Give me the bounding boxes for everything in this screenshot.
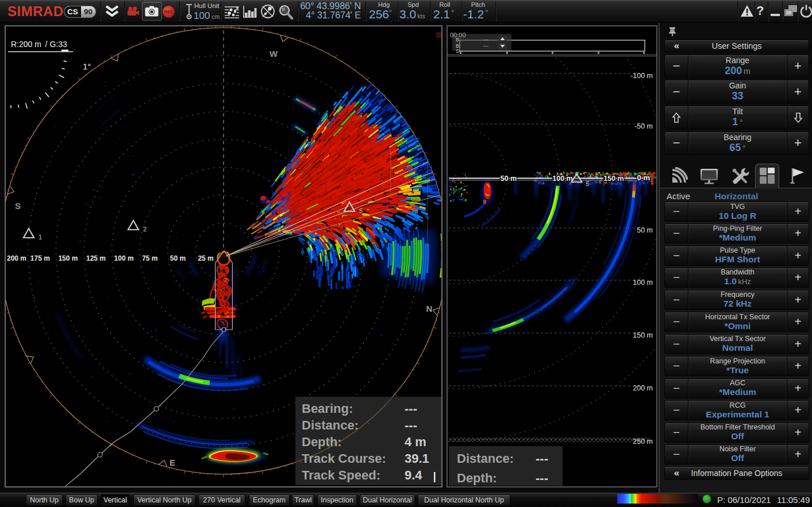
svg-text:-100 m: -100 m — [630, 72, 653, 80]
svg-text:Depth:: Depth: — [457, 471, 497, 485]
svg-text:39.1: 39.1 — [405, 451, 429, 466]
svg-text:9.4: 9.4 — [405, 468, 422, 482]
svg-text:Distance:: Distance: — [457, 451, 514, 466]
svg-text:R:200 m / G:33: R:200 m / G:33 — [11, 40, 67, 49]
svg-text:5: 5 — [359, 207, 363, 214]
svg-text:Depth:: Depth: — [302, 435, 342, 449]
svg-text:N: N — [426, 304, 433, 314]
svg-text:125 m: 125 m — [86, 254, 106, 262]
svg-text:1°: 1° — [83, 61, 91, 71]
svg-text:100 m: 100 m — [633, 278, 653, 287]
svg-text:---: --- — [483, 37, 488, 42]
svg-text:150 m: 150 m — [603, 175, 624, 183]
svg-text:Bearing:: Bearing: — [302, 401, 353, 416]
svg-text:150 m: 150 m — [58, 254, 78, 262]
svg-text:---: --- — [483, 43, 488, 49]
svg-text:25 m: 25 m — [198, 254, 213, 262]
svg-text:1: 1 — [39, 234, 42, 241]
svg-text:---: --- — [405, 401, 417, 416]
svg-text:50 m: 50 m — [170, 254, 186, 262]
svg-text:75 m: 75 m — [142, 254, 157, 262]
svg-text:50 m: 50 m — [637, 226, 653, 234]
svg-text:100 m: 100 m — [114, 254, 134, 262]
svg-text:2: 2 — [143, 226, 147, 233]
svg-text:Track Course:: Track Course: — [302, 451, 386, 466]
svg-text:200 m: 200 m — [7, 254, 26, 262]
svg-text:---: --- — [536, 451, 548, 466]
svg-text:250 m: 250 m — [633, 438, 653, 446]
svg-text:---: --- — [405, 418, 417, 432]
svg-text:-50 m: -50 m — [634, 122, 653, 130]
svg-text:100 m: 100 m — [552, 175, 572, 183]
svg-text:175 m: 175 m — [30, 254, 50, 262]
svg-text:Distance:: Distance: — [302, 418, 359, 432]
svg-text:W: W — [270, 49, 278, 59]
svg-text:E: E — [170, 458, 175, 467]
svg-text:0 m: 0 m — [637, 173, 650, 182]
svg-text:B:: B: — [456, 37, 461, 42]
svg-text:50 m: 50 m — [501, 175, 517, 183]
svg-text:200 m: 200 m — [633, 384, 653, 392]
svg-text:---: --- — [536, 471, 548, 485]
svg-text:S: S — [456, 48, 459, 54]
svg-text:4 m: 4 m — [405, 435, 426, 449]
svg-text:Track Speed:: Track Speed: — [302, 468, 380, 482]
svg-text:5: 5 — [586, 180, 589, 187]
svg-text:150 m: 150 m — [633, 331, 653, 339]
svg-text:S: S — [15, 201, 21, 211]
